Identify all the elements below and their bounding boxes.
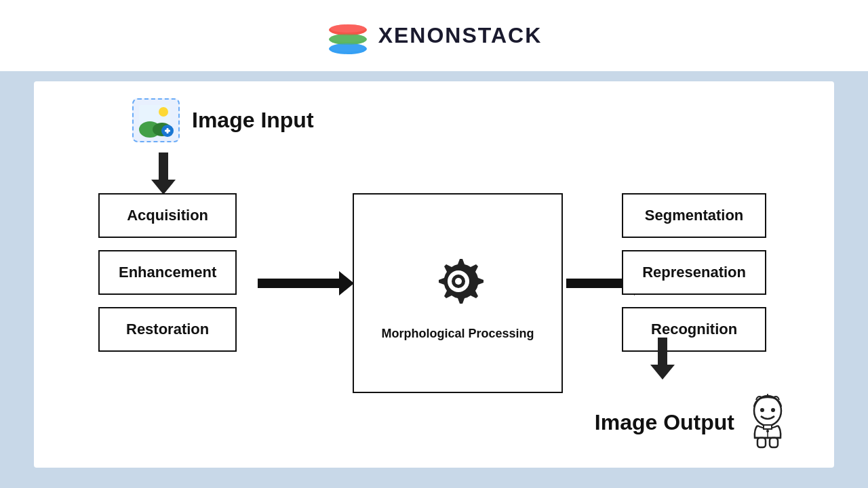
svg-point-4 [330,34,366,42]
main-content: Image Input Acquisition Enhancement Rest… [34,81,834,468]
svg-rect-19 [764,425,772,429]
acquisition-box: Acquisition [98,193,237,238]
represenation-box: Represenation [622,250,766,295]
svg-point-17 [760,408,764,412]
gear-icon [424,245,492,313]
image-output-area: Image Output [595,392,793,453]
segmentation-box: Segmentation [622,193,766,238]
svg-point-15 [455,278,462,285]
xenonstack-logo-icon [326,14,370,58]
image-input-area: Image Input [132,98,314,142]
morphological-box: Morphological Processing [353,193,563,393]
image-output-label: Image Output [595,410,734,435]
image-output-icon [743,392,793,453]
svg-point-7 [159,107,168,117]
svg-rect-24 [770,438,778,447]
diagram: Image Input Acquisition Enhancement Rest… [34,81,834,468]
svg-rect-23 [757,438,766,447]
restoration-box: Restoration [98,307,237,352]
left-boxes: Acquisition Enhancement Restoration [98,193,237,352]
header: XENONSTACK [0,0,868,71]
morphological-label: Morphological Processing [381,327,534,341]
logo-container: XENONSTACK [326,14,542,58]
arrow-right-to-morphological [258,271,354,296]
image-input-icon [132,98,180,142]
recognition-box: Recognition [622,307,766,352]
right-boxes: Segmentation Represenation Recognition [622,193,766,352]
svg-point-18 [771,408,775,412]
arrow-down-input [151,152,176,195]
svg-point-5 [330,43,366,52]
logo-text: XENONSTACK [378,23,542,48]
svg-point-21 [766,430,769,432]
arrow-down-output [650,338,675,380]
svg-rect-12 [166,128,168,134]
svg-point-3 [330,24,366,33]
image-input-label: Image Input [192,108,314,133]
enhancement-box: Enhancement [98,250,237,295]
